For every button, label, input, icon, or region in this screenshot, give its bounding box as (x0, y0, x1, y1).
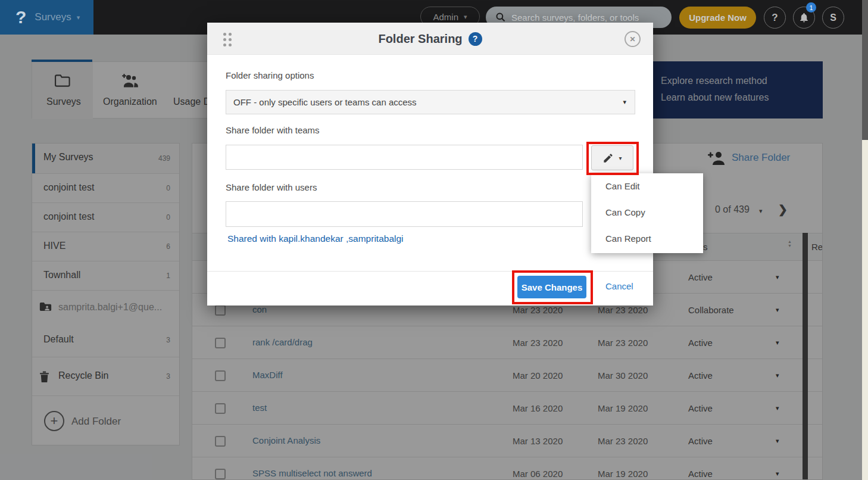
questionpro-logo-icon: ? (15, 7, 26, 27)
chevron-down-icon: ▾ (77, 14, 80, 21)
page-scrollbar-thumb[interactable] (862, 0, 868, 140)
search-icon (495, 12, 506, 23)
permissions-menu: Can Edit Can Copy Can Report (591, 173, 703, 253)
share-users-label: Share folder with users (226, 182, 317, 192)
menu-item-can-edit[interactable]: Can Edit (591, 173, 703, 200)
bell-icon (798, 12, 810, 23)
notification-badge: 1 (806, 2, 816, 13)
avatar[interactable]: S (822, 7, 844, 29)
admin-menu-label: Admin (433, 12, 458, 22)
share-teams-input[interactable] (226, 145, 583, 170)
modal-title: Folder Sharing (378, 32, 462, 46)
caret-down-icon: ▾ (623, 98, 626, 106)
close-icon[interactable]: ✕ (625, 31, 641, 47)
share-teams-label: Share folder with teams (226, 125, 320, 135)
sharing-options-label: Folder sharing options (226, 70, 314, 80)
upgrade-now-button[interactable]: Upgrade Now (679, 7, 756, 29)
screen: ? Surveys ▾ Admin ▾ Upgrade Now ? S 1 (0, 0, 868, 480)
menu-item-can-report[interactable]: Can Report (591, 226, 703, 252)
share-users-input[interactable] (226, 201, 583, 227)
chevron-down-icon: ▾ (464, 13, 467, 21)
annotation-box-save-button (512, 270, 593, 304)
shared-with-note: Shared with kapil.khandekar ,sampritabal… (227, 233, 404, 244)
annotation-box-permissions-button (586, 142, 639, 175)
product-menu[interactable]: ? Surveys ▾ (0, 0, 93, 35)
sharing-options-select[interactable]: OFF - only specific users or teams can a… (226, 90, 635, 114)
search-input[interactable] (511, 13, 660, 23)
menu-item-can-copy[interactable]: Can Copy (591, 200, 703, 226)
sharing-options-value: OFF - only specific users or teams can a… (233, 97, 417, 107)
help-button[interactable]: ? (764, 7, 786, 29)
modal-header: Folder Sharing ? ✕ (207, 23, 653, 55)
cancel-link[interactable]: Cancel (605, 281, 633, 291)
avatar-initial: S (830, 13, 836, 23)
help-icon[interactable]: ? (469, 32, 482, 46)
modal-title-wrap: Folder Sharing ? (207, 23, 653, 55)
product-menu-label: Surveys (35, 11, 71, 23)
page-scrollbar[interactable] (862, 0, 868, 480)
help-icon: ? (772, 12, 778, 24)
